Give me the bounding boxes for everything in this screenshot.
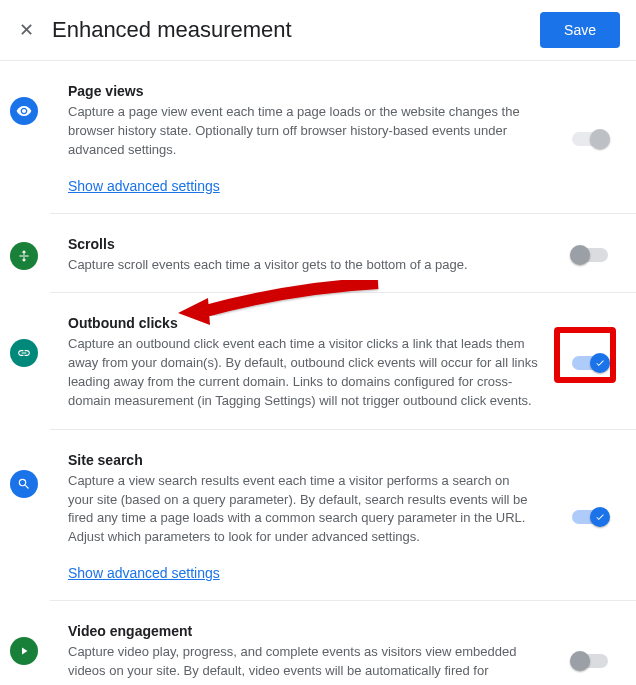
icon-col (10, 83, 46, 125)
section-description: Capture scroll events each time a visito… (68, 256, 538, 275)
show-advanced-link[interactable]: Show advanced settings (68, 178, 220, 194)
section-page-views: Page views Capture a page view event eac… (50, 61, 636, 214)
section-description: Capture an outbound click event each tim… (68, 335, 538, 410)
save-button[interactable]: Save (540, 12, 620, 48)
section-title: Page views (68, 83, 538, 99)
toggle-scrolls[interactable] (572, 248, 608, 262)
toggle-col (562, 236, 618, 275)
toggle-page-views (572, 132, 608, 146)
section-title: Site search (68, 452, 538, 468)
icon-col (10, 623, 46, 665)
toggle-col (562, 83, 618, 195)
section-title: Outbound clicks (68, 315, 538, 331)
dialog-header: ✕ Enhanced measurement Save (0, 0, 636, 61)
text-col: Outbound clicks Capture an outbound clic… (68, 315, 546, 410)
settings-list: Page views Capture a page view event eac… (0, 61, 636, 685)
section-title: Video engagement (68, 623, 538, 639)
section-description: Capture video play, progress, and comple… (68, 643, 538, 685)
section-scrolls: Scrolls Capture scroll events each time … (50, 214, 636, 294)
desc-before: Capture video play, progress, and comple… (68, 644, 517, 685)
toggle-outbound-clicks[interactable] (572, 356, 608, 370)
icon-col (10, 452, 46, 498)
scroll-icon (10, 242, 38, 270)
section-video-engagement: Video engagement Capture video play, pro… (50, 601, 636, 685)
text-col: Site search Capture a view search result… (68, 452, 546, 582)
search-icon (10, 470, 38, 498)
toggle-col (562, 315, 618, 410)
play-icon (10, 637, 38, 665)
link-icon (10, 339, 38, 367)
section-site-search: Site search Capture a view search result… (50, 430, 636, 601)
toggle-col (562, 452, 618, 582)
text-col: Video engagement Capture video play, pro… (68, 623, 546, 685)
eye-icon (10, 97, 38, 125)
dialog-title: Enhanced measurement (52, 17, 524, 43)
section-outbound-clicks: Outbound clicks Capture an outbound clic… (50, 293, 636, 429)
icon-col (10, 236, 46, 270)
section-title: Scrolls (68, 236, 538, 252)
show-advanced-link[interactable]: Show advanced settings (68, 565, 220, 581)
icon-col (10, 315, 46, 367)
toggle-video-engagement[interactable] (572, 654, 608, 668)
text-col: Scrolls Capture scroll events each time … (68, 236, 546, 275)
section-description: Capture a view search results event each… (68, 472, 538, 547)
toggle-col (562, 623, 618, 685)
toggle-site-search[interactable] (572, 510, 608, 524)
text-col: Page views Capture a page view event eac… (68, 83, 546, 195)
close-icon[interactable]: ✕ (16, 19, 36, 41)
section-description: Capture a page view event each time a pa… (68, 103, 538, 160)
